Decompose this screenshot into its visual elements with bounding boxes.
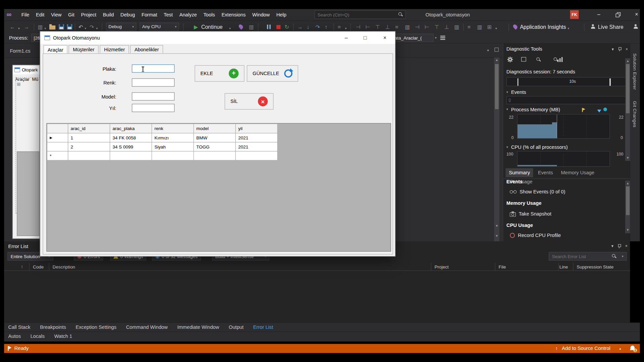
open-file-icon[interactable] — [49, 25, 55, 29]
app-maximize-button[interactable]: □ — [359, 33, 371, 42]
menu-test[interactable]: Test — [160, 9, 176, 20]
col-arac-plaka[interactable]: arac_plaka — [110, 124, 152, 133]
yil-input[interactable] — [132, 104, 174, 112]
diagnostics-header[interactable]: Diagnostic Tools ▾ × — [503, 44, 630, 54]
cell-arac-id[interactable]: 2 — [68, 142, 110, 151]
step-over-icon[interactable]: ↷ — [315, 24, 320, 31]
column-description[interactable]: Description — [49, 263, 431, 270]
scroll-down-icon[interactable]: ▼ — [625, 156, 631, 160]
window-position-icon[interactable]: ▾ — [610, 46, 615, 52]
scroll-up-icon[interactable]: ▲ — [494, 58, 499, 62]
column-file[interactable]: File — [495, 263, 559, 270]
cell-empty[interactable] — [152, 151, 194, 160]
error-search-input[interactable] — [552, 254, 609, 259]
guncelle-button[interactable]: GÜNCELLE — [247, 65, 298, 82]
table-row[interactable]: ▶ 1 34 FK 0058 Kırmızı BMW 2021 — [47, 133, 277, 142]
show-events-link[interactable]: Show Events (0 of 0) — [510, 189, 566, 194]
column-code[interactable]: Code — [30, 263, 49, 270]
tab-command-window[interactable]: Command Window — [122, 322, 172, 331]
layout-icon[interactable]: ⊞ — [487, 24, 491, 31]
menu-format[interactable]: Format — [138, 9, 160, 20]
cell-empty[interactable] — [68, 151, 110, 160]
tab-exception-settings[interactable]: Exception Settings — [71, 322, 120, 331]
add-to-source-control-button[interactable]: Add to Source Control — [562, 346, 610, 351]
take-snapshot-link[interactable]: Take Snapshot — [510, 211, 551, 217]
stack-frame-menu-icon[interactable] — [440, 36, 445, 40]
scrollbar-thumb[interactable] — [626, 186, 630, 215]
timeline-ruler[interactable]: 10s — [506, 77, 627, 86]
scrollbar-thumb[interactable] — [495, 64, 499, 109]
column-suppression-state[interactable]: Suppression State — [573, 263, 630, 270]
timeline-marker[interactable] — [518, 78, 518, 86]
cell-yil[interactable]: 2021 — [235, 142, 277, 151]
tab-watch-1[interactable]: Watch 1 — [50, 331, 76, 341]
feedback-icon[interactable] — [633, 24, 638, 29]
menu-edit[interactable]: Edit — [33, 9, 48, 20]
menu-debug[interactable]: Debug — [117, 9, 138, 20]
scroll-up-icon[interactable]: ▲ — [625, 181, 631, 185]
table-row[interactable]: 2 34 S 0099 Siyah TOGG 2021 — [47, 142, 277, 151]
tab-form1-cs[interactable]: Form1.cs — [7, 47, 34, 55]
scroll-down-icon[interactable]: ▼ — [494, 224, 499, 228]
align-middles-icon[interactable]: ⊣ — [415, 24, 420, 31]
close-panel-icon[interactable]: × — [624, 243, 629, 249]
horizontal-spacing-icon[interactable]: ⊢ — [425, 24, 429, 31]
redo-icon[interactable]: ↷ — [90, 24, 94, 31]
diagnostics-scrollbar-bottom[interactable]: ▲ ▼ — [625, 181, 631, 233]
hot-reload-icon[interactable] — [238, 24, 244, 30]
menu-view[interactable]: View — [48, 9, 65, 20]
error-search-box[interactable]: ▾ — [549, 252, 627, 261]
tab-breakpoints[interactable]: Breakpoints — [36, 322, 70, 331]
tab-hizmetler[interactable]: Hizmetler — [100, 45, 129, 54]
tab-output[interactable]: Output — [225, 322, 248, 331]
platform-combo[interactable]: Any CPU ▾ — [140, 22, 179, 31]
chart-icon[interactable] — [557, 57, 563, 62]
new-project-icon[interactable]: ▥ — [38, 24, 43, 31]
continue-button[interactable]: Continue — [201, 24, 223, 31]
events-track[interactable]: ▯ — [506, 96, 627, 104]
model-input[interactable] — [132, 93, 174, 101]
menu-analyze[interactable]: Analyze — [176, 9, 200, 20]
float-window-icon[interactable] — [494, 48, 498, 52]
search-icon[interactable] — [612, 254, 617, 259]
tab-error-list[interactable]: Error List — [249, 322, 277, 331]
undo-icon[interactable]: ↶ — [78, 24, 83, 31]
renk-input[interactable] — [132, 78, 174, 86]
cell-arac-id[interactable]: 1 — [68, 133, 110, 142]
cell-model[interactable]: TOGG — [194, 142, 235, 151]
scroll-down-icon[interactable]: ▼ — [494, 234, 499, 238]
vertical-spacing-icon[interactable]: ⊤ — [435, 24, 439, 31]
col-yil[interactable]: yil — [235, 124, 277, 133]
align-bottoms-icon[interactable]: ⊥ — [385, 24, 390, 31]
layout-dropdown-icon[interactable]: ▾ — [495, 25, 497, 32]
cell-renk[interactable]: Kırmızı — [152, 133, 194, 142]
quick-search-box[interactable] — [315, 10, 406, 19]
show-next-statement-icon[interactable]: → — [298, 24, 303, 31]
severity-column-icon[interactable]: ! — [18, 263, 30, 270]
col-arac-id[interactable]: arac_id — [68, 124, 110, 133]
restart-icon[interactable]: ↻ — [285, 24, 289, 31]
tab-list-dropdown-icon[interactable]: ▾ — [487, 48, 489, 52]
menu-git[interactable]: Git — [65, 9, 77, 20]
scroll-down-icon[interactable]: ▼ — [625, 228, 631, 232]
scrollbar-thumb[interactable] — [626, 64, 630, 113]
tab-musteriler[interactable]: Müşteriler — [69, 45, 99, 54]
menu-project[interactable]: Project — [78, 9, 100, 20]
cpu-chart[interactable] — [517, 151, 610, 167]
row-selector[interactable] — [47, 142, 68, 151]
debug-target-combo[interactable]: ata_Araclar_( — [393, 34, 434, 42]
app-close-button[interactable]: × — [379, 33, 391, 42]
record-cpu-profile-link[interactable]: Record CPU Profile — [510, 232, 561, 238]
window-position-icon[interactable]: ▾ — [609, 243, 615, 249]
ekle-button[interactable]: EKLE + — [195, 65, 244, 82]
step-into-icon[interactable]: ↓ — [307, 24, 310, 31]
continue-play-icon[interactable]: ▶ — [194, 24, 198, 31]
cell-empty[interactable] — [235, 151, 277, 160]
menu-help[interactable]: Help — [273, 9, 290, 20]
cell-renk[interactable]: Siyah — [152, 142, 194, 151]
plaka-input[interactable] — [132, 64, 174, 72]
performance-icon[interactable]: ≡ — [338, 24, 341, 31]
sil-button[interactable]: SİL × — [225, 93, 274, 110]
align-rights-icon[interactable]: ⊢ — [366, 24, 370, 31]
pin-icon[interactable] — [617, 47, 623, 53]
